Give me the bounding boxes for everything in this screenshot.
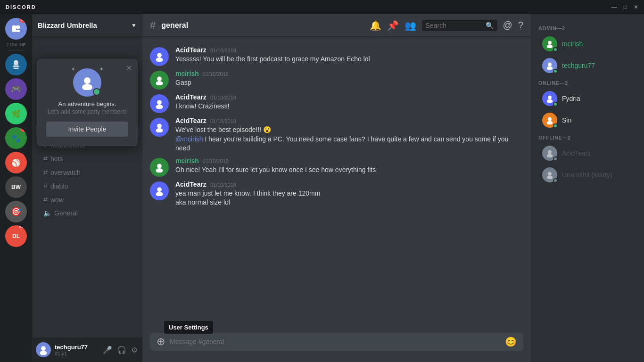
- invite-people-button[interactable]: Invite People: [46, 122, 128, 137]
- members-section-admin: ADMIN—2: [531, 22, 644, 33]
- member-status-unamithil: [553, 178, 558, 183]
- message-input-area: ⊕ 😊: [142, 333, 531, 362]
- server-icon-animal[interactable]: 🐾 1: [5, 127, 27, 149]
- user-settings-icon[interactable]: ⚙: [130, 345, 139, 355]
- message-avatar-5: [150, 158, 169, 177]
- member-avatar-mcirish: [542, 36, 557, 51]
- invite-popup-status: [93, 88, 100, 96]
- channel-item-diablo[interactable]: # diablo: [36, 180, 139, 193]
- message-content-4: AcidTearz 01/10/2018 We've lost the best…: [175, 117, 523, 153]
- member-techguru77[interactable]: techguru77: [535, 55, 640, 76]
- server-icon-circle[interactable]: 🎯: [5, 201, 27, 222]
- channel-item-general-voice[interactable]: 🔈 General: [36, 207, 139, 219]
- message-timestamp-2: 01/10/2018: [203, 71, 229, 77]
- svg-point-11: [156, 81, 163, 85]
- app-logo: DISCORD: [6, 4, 36, 10]
- invite-headline: An adventure begins.: [46, 100, 128, 107]
- at-sign-icon[interactable]: @: [503, 20, 512, 31]
- server-header[interactable]: Blizzard Umbrella ▼: [32, 14, 142, 37]
- member-sin[interactable]: Sin: [535, 110, 640, 131]
- channel-item-overwatch[interactable]: # overwatch: [36, 166, 139, 179]
- message-content-1: AcidTearz 01/10/2018 Yesssss! You will b…: [175, 46, 523, 64]
- channel-name-wow: wow: [50, 196, 64, 204]
- search-bar[interactable]: 🔍: [422, 20, 497, 31]
- member-name-mcirish: mcirish: [562, 40, 583, 48]
- channel-hash-icon: #: [43, 182, 48, 190]
- svg-point-13: [156, 105, 163, 109]
- messages-container: AcidTearz 01/10/2018 Yesssss! You will b…: [142, 37, 531, 333]
- server-icon-green[interactable]: 🌿: [5, 103, 27, 124]
- main-layout: 34 7 ONLINE 🎮 🌿 🐾 1: [0, 14, 644, 362]
- members-section-offline: OFFLINE—2: [531, 131, 644, 142]
- channel-hash-icon: #: [43, 168, 48, 177]
- svg-point-21: [547, 45, 553, 48]
- message-header-2: mcirish 01/10/2018: [175, 70, 523, 77]
- message-text-3: I know! Craziness!: [175, 102, 523, 111]
- maximize-button[interactable]: □: [624, 4, 627, 10]
- home-server-icon[interactable]: 34: [5, 18, 27, 40]
- channel-item-wow[interactable]: # wow: [36, 193, 139, 206]
- message-content-6: AcidTearz 01/10/2018 yea man just let me…: [175, 181, 523, 207]
- pin-icon[interactable]: 📌: [387, 20, 399, 31]
- message-author-2: mcirish: [175, 70, 199, 77]
- server-icon-blizzard[interactable]: [5, 54, 27, 75]
- username: techguru77: [55, 344, 98, 351]
- app-container: DISCORD — □ ✕ 34 7 ONLINE: [0, 0, 644, 362]
- message-timestamp-1: 01/10/2018: [210, 48, 236, 53]
- member-acidtearz[interactable]: AcidTearz: [535, 143, 640, 164]
- message-author-4: AcidTearz: [175, 117, 206, 124]
- svg-point-30: [548, 172, 552, 176]
- invite-popup-text: An adventure begins. Let's add some part…: [46, 100, 128, 115]
- members-list: ADMIN—2 mcirish: [531, 14, 644, 362]
- headphones-icon[interactable]: 🎧: [116, 345, 127, 355]
- message-input[interactable]: [170, 333, 500, 351]
- member-unamithil[interactable]: Unamithil (Marty): [535, 165, 640, 185]
- member-status-sin: [553, 123, 558, 128]
- svg-point-18: [157, 187, 162, 192]
- svg-point-23: [547, 66, 553, 70]
- server-badge-animal: 1: [20, 127, 27, 132]
- user-area: techguru77 #1iy1 🎤 🎧 ⚙ User Settings: [32, 337, 142, 362]
- channel-voice-icon: 🔈: [43, 209, 51, 217]
- invite-popup: ✕ ✦ ✦ An adventure begins. Let's add som…: [37, 59, 138, 146]
- server-list: 34 7 ONLINE 🎮 🌿 🐾 1: [0, 14, 32, 362]
- message-author-6: AcidTearz: [175, 181, 206, 188]
- add-attachment-icon[interactable]: ⊕: [157, 336, 165, 348]
- message-text-4: We've lost the best episode!!! 😮 @mciris…: [175, 125, 523, 153]
- chat-area: # general 🔔 📌 👥 🔍 @ ?: [142, 14, 531, 362]
- invite-popup-close[interactable]: ✕: [126, 64, 132, 73]
- svg-point-15: [156, 128, 163, 132]
- server-icon-pokemon[interactable]: ⚾ 1: [5, 152, 27, 173]
- invite-subtext: Let's add some party members!: [46, 108, 128, 115]
- notification-bell-icon[interactable]: 🔔: [370, 20, 381, 31]
- svg-point-0: [14, 60, 18, 65]
- user-info: techguru77 #1iy1: [55, 344, 98, 356]
- message-text-6: yea man just let me know. I think they a…: [175, 189, 523, 207]
- search-input[interactable]: [426, 22, 483, 29]
- server-icon-purple[interactable]: 🎮: [5, 78, 27, 100]
- message-header-5: mcirish 01/10/2018: [175, 157, 523, 165]
- server-icon-dl[interactable]: DL NEW: [5, 225, 27, 247]
- channel-item-hots[interactable]: # hots: [36, 152, 139, 165]
- microphone-icon[interactable]: 🎤: [102, 345, 113, 355]
- minimize-button[interactable]: —: [611, 4, 617, 10]
- sparkle-right: ✦: [99, 66, 103, 72]
- svg-point-14: [157, 123, 162, 128]
- svg-point-5: [82, 84, 92, 90]
- window-controls[interactable]: — □ ✕: [611, 4, 638, 10]
- emoji-picker-icon[interactable]: 😊: [505, 336, 517, 347]
- svg-point-19: [156, 192, 163, 196]
- member-fydria[interactable]: Fydria: [535, 88, 640, 109]
- member-status-mcirish: [553, 47, 558, 52]
- message-2: mcirish 01/10/2018 Gasp: [142, 68, 531, 91]
- member-mcirish[interactable]: mcirish: [535, 33, 640, 54]
- member-name-acidtearz: AcidTearz: [562, 149, 591, 157]
- server-icon-bw[interactable]: BW: [5, 176, 27, 198]
- message-text-5: Oh nice! Yeah I'll for sure let you know…: [175, 165, 523, 175]
- channel-name-general-voice: General: [54, 209, 78, 217]
- help-icon[interactable]: ?: [518, 20, 523, 31]
- message-timestamp-3: 01/10/2018: [210, 95, 236, 100]
- invite-popup-avatar: [73, 68, 101, 97]
- close-button[interactable]: ✕: [634, 4, 638, 10]
- members-icon[interactable]: 👥: [405, 20, 416, 31]
